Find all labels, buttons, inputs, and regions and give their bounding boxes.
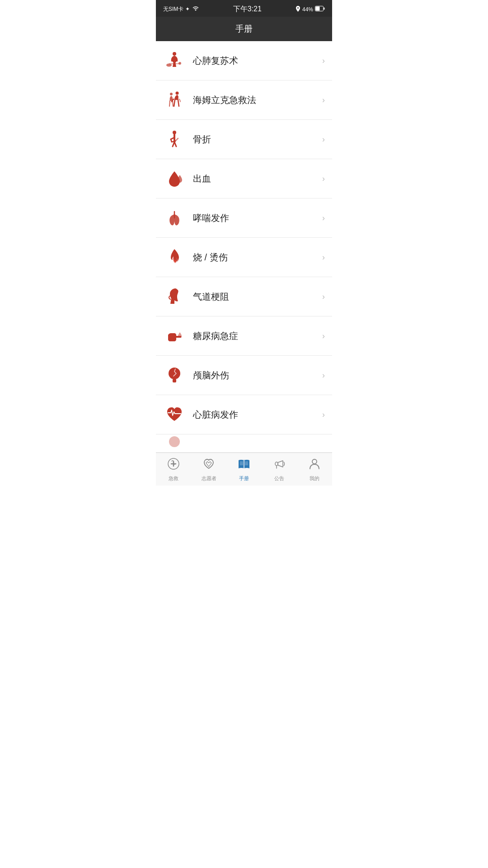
chevron-bleeding: › — [322, 174, 325, 184]
more-icon — [163, 434, 186, 453]
status-right: 44% — [296, 6, 325, 13]
burn-icon — [163, 246, 186, 269]
tab-first-aid[interactable]: 急救 — [156, 453, 191, 486]
svg-rect-11 — [173, 379, 176, 382]
time-display: 下午3:21 — [233, 5, 262, 14]
chevron-burn: › — [322, 253, 325, 262]
page-title: 手册 — [235, 24, 253, 33]
chevron-heimlich: › — [322, 95, 325, 105]
first-aid-icon — [167, 458, 180, 473]
mine-icon — [308, 458, 321, 473]
tab-volunteer-label: 志愿者 — [202, 475, 216, 482]
list-item-fracture-label: 骨折 — [193, 133, 319, 146]
list-item-heimlich-label: 海姆立克急救法 — [193, 94, 319, 106]
status-left: 无SIM卡 ✦ — [163, 5, 199, 13]
handbook-icon — [237, 458, 251, 473]
tab-handbook[interactable]: 手册 — [226, 453, 262, 486]
chevron-diabetes: › — [322, 331, 325, 341]
list-item-headinjury[interactable]: 颅脑外伤 › — [156, 356, 332, 395]
headinjury-icon — [163, 364, 186, 387]
list-item-heartattack[interactable]: 心脏病发作 › — [156, 395, 332, 434]
list-item-cpr-label: 心肺复苏术 — [193, 55, 319, 67]
list-item-more[interactable] — [156, 434, 332, 453]
tab-mine[interactable]: 我的 — [297, 453, 332, 486]
tab-handbook-label: 手册 — [239, 475, 249, 482]
battery-percent: 44% — [302, 6, 313, 13]
list-item-airway-label: 气道梗阻 — [193, 291, 319, 303]
tab-bar: 急救 志愿者 手册 — [156, 453, 332, 486]
list-item-bleeding-label: 出血 — [193, 173, 319, 185]
list-item-burn[interactable]: 烧 / 烫伤 › — [156, 238, 332, 277]
tab-bulletin-label: 公告 — [274, 475, 284, 482]
asthma-icon — [163, 207, 186, 229]
list-item-bleeding[interactable]: 出血 › — [156, 159, 332, 198]
tab-bulletin[interactable]: 公告 — [262, 453, 297, 486]
list-item-heimlich[interactable]: 海姆立克急救法 › — [156, 80, 332, 120]
diabetes-icon — [163, 325, 186, 347]
tab-first-aid-label: 急救 — [169, 475, 178, 482]
list-item-cpr[interactable]: 心肺复苏术 › — [156, 41, 332, 80]
airway-icon — [163, 285, 186, 308]
tab-volunteer[interactable]: 志愿者 — [191, 453, 226, 486]
list-item-fracture[interactable]: 骨折 › — [156, 120, 332, 159]
list-item-diabetes[interactable]: 糖尿病急症 › — [156, 316, 332, 356]
bulletin-icon — [273, 458, 286, 473]
svg-rect-2 — [316, 7, 320, 11]
svg-point-14 — [312, 459, 317, 464]
heartattack-icon — [163, 403, 186, 426]
location-icon — [296, 6, 300, 13]
list-item-heartattack-label: 心脏病发作 — [193, 409, 319, 421]
chevron-heartattack: › — [322, 410, 325, 420]
svg-point-10 — [169, 368, 180, 379]
chevron-airway: › — [322, 292, 325, 302]
list-item-headinjury-label: 颅脑外伤 — [193, 369, 319, 382]
sim-status: 无SIM卡 ✦ — [163, 5, 190, 13]
list-item-asthma-label: 哮喘发作 — [193, 212, 319, 224]
wifi-icon — [192, 6, 199, 13]
list-item-diabetes-label: 糖尿病急症 — [193, 330, 319, 342]
svg-point-8 — [170, 93, 173, 95]
svg-rect-6 — [173, 61, 176, 62]
svg-point-12 — [169, 436, 180, 447]
chevron-fracture: › — [322, 135, 325, 144]
list-item-asthma[interactable]: 哮喘发作 › — [156, 198, 332, 238]
fracture-icon — [163, 128, 186, 151]
tab-mine-label: 我的 — [310, 475, 319, 482]
menu-list: 心肺复苏术 › 海姆立克急救法 › — [156, 41, 332, 453]
svg-point-3 — [173, 52, 176, 56]
chevron-cpr: › — [322, 56, 325, 66]
cpr-icon — [163, 49, 186, 72]
chevron-asthma: › — [322, 213, 325, 223]
heimlich-icon — [163, 89, 186, 111]
svg-point-13 — [275, 462, 278, 466]
svg-rect-1 — [324, 8, 325, 10]
nav-bar: 手册 — [156, 17, 332, 41]
list-item-airway[interactable]: 气道梗阻 › — [156, 277, 332, 316]
chevron-headinjury: › — [322, 371, 325, 380]
volunteer-icon — [202, 458, 215, 473]
bleeding-icon — [163, 167, 186, 190]
svg-point-7 — [176, 92, 179, 95]
status-bar: 无SIM卡 ✦ 下午3:21 44% — [156, 0, 332, 17]
battery-icon — [315, 6, 325, 13]
list-item-burn-label: 烧 / 烫伤 — [193, 251, 319, 264]
